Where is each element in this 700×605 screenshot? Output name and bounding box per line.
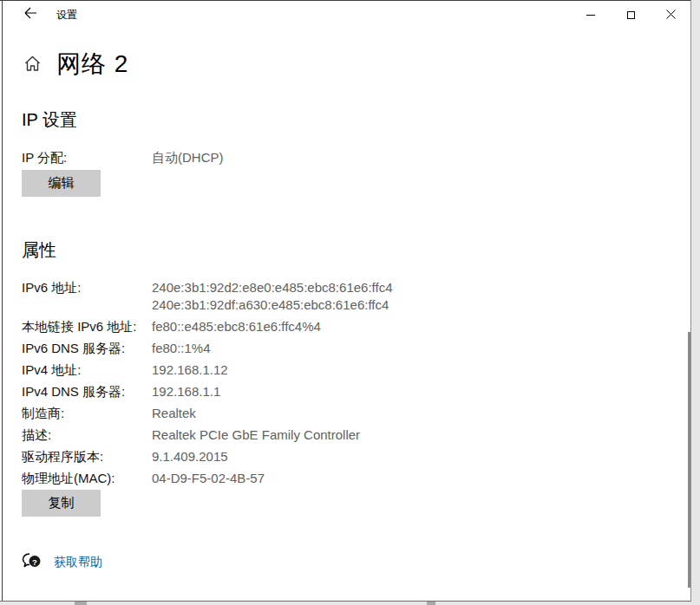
property-value: 240e:3b1:92df:a630:e485:ebc8:61e6:ffc4: [152, 296, 392, 314]
property-values: 192.168.1.1: [152, 383, 220, 400]
properties-heading: 属性: [22, 238, 56, 262]
property-label: 制造商:: [22, 405, 152, 422]
property-values: 9.1.409.2015: [152, 448, 228, 465]
page-header: 网络 2: [3, 48, 662, 82]
property-row: IPv4 DNS 服务器:192.168.1.1: [22, 383, 646, 400]
property-row: IPv6 DNS 服务器:fe80::1%4: [22, 340, 646, 357]
window-left-border: [2, 0, 3, 601]
property-row: 描述:Realtek PCIe GbE Family Controller: [22, 426, 646, 444]
property-label: 物理地址(MAC):: [22, 470, 152, 487]
app-title: 设置: [56, 1, 77, 29]
property-values: Realtek PCIe GbE Family Controller: [152, 426, 360, 444]
property-values: 自动(DHCP): [152, 149, 224, 166]
edit-button[interactable]: 编辑: [22, 170, 101, 197]
background-window-edge: [427, 602, 435, 605]
property-label: 描述:: [22, 426, 152, 444]
property-value: Realtek PCIe GbE Family Controller: [152, 426, 360, 444]
desktop-background-right: [691, 0, 700, 605]
close-button[interactable]: [651, 1, 690, 29]
maximize-button[interactable]: [611, 1, 651, 29]
home-icon: [24, 55, 41, 75]
minimize-icon: [586, 15, 595, 16]
minimize-button[interactable]: [571, 1, 611, 29]
property-value: fe80::1%4: [152, 340, 211, 357]
property-value: 240e:3b1:92d2:e8e0:e485:ebc8:61e6:ffc4: [152, 279, 392, 296]
property-values: Realtek: [152, 405, 196, 422]
property-label: IPv6 DNS 服务器:: [22, 340, 152, 357]
property-label: 驱动程序版本:: [22, 448, 152, 465]
property-row: 制造商:Realtek: [22, 405, 646, 422]
property-value: 192.168.1.12: [152, 361, 228, 379]
property-value: 192.168.1.1: [152, 383, 220, 400]
ip-settings-rows: IP 分配:自动(DHCP): [22, 149, 646, 171]
property-value: fe80::e485:ebc8:61e6:ffc4%4: [152, 318, 321, 335]
ip-settings-heading: IP 设置: [22, 108, 77, 132]
get-help-link[interactable]: ? 获取帮助: [22, 553, 102, 572]
scrollbar-thumb[interactable]: [688, 332, 690, 588]
properties-rows: IPv6 地址:240e:3b1:92d2:e8e0:e485:ebc8:61e…: [22, 279, 646, 491]
property-label: IPv6 地址:: [22, 279, 152, 314]
property-row: 本地链接 IPv6 地址:fe80::e485:ebc8:61e6:ffc4%4: [22, 318, 646, 335]
property-values: 240e:3b1:92d2:e8e0:e485:ebc8:61e6:ffc424…: [152, 279, 392, 314]
window-controls: [571, 1, 690, 29]
help-chat-icon: ?: [22, 552, 42, 574]
property-row: IP 分配:自动(DHCP): [22, 149, 646, 166]
property-values: fe80::1%4: [152, 340, 211, 357]
property-label: 本地链接 IPv6 地址:: [22, 318, 152, 335]
back-button[interactable]: [11, 1, 49, 29]
copy-button[interactable]: 复制: [22, 490, 101, 517]
property-row: IPv6 地址:240e:3b1:92d2:e8e0:e485:ebc8:61e…: [22, 279, 646, 314]
back-arrow-icon: [23, 7, 37, 23]
property-values: 192.168.1.12: [152, 361, 228, 379]
titlebar: 设置: [3, 1, 690, 29]
property-values: 04-D9-F5-02-4B-57: [152, 470, 265, 487]
desktop-background-bottom: [0, 602, 691, 605]
property-row: IPv4 地址:192.168.1.12: [22, 361, 646, 379]
get-help-label: 获取帮助: [54, 555, 102, 570]
property-values: fe80::e485:ebc8:61e6:ffc4%4: [152, 318, 321, 335]
maximize-icon: [627, 11, 635, 19]
property-label: IPv4 地址:: [22, 361, 152, 379]
property-row: 驱动程序版本:9.1.409.2015: [22, 448, 646, 465]
property-value: 04-D9-F5-02-4B-57: [152, 470, 265, 487]
svg-text:?: ?: [32, 556, 37, 566]
property-value: 9.1.409.2015: [152, 448, 228, 465]
close-icon: [666, 7, 676, 23]
property-row: 物理地址(MAC):04-D9-F5-02-4B-57: [22, 470, 646, 487]
property-label: IPv4 DNS 服务器:: [22, 383, 152, 400]
page-title: 网络 2: [56, 48, 128, 81]
property-value: Realtek: [152, 405, 196, 422]
background-window-edge: [75, 602, 87, 605]
scrollbar[interactable]: [682, 29, 690, 596]
property-label: IP 分配:: [22, 149, 152, 166]
property-value: 自动(DHCP): [152, 149, 224, 166]
